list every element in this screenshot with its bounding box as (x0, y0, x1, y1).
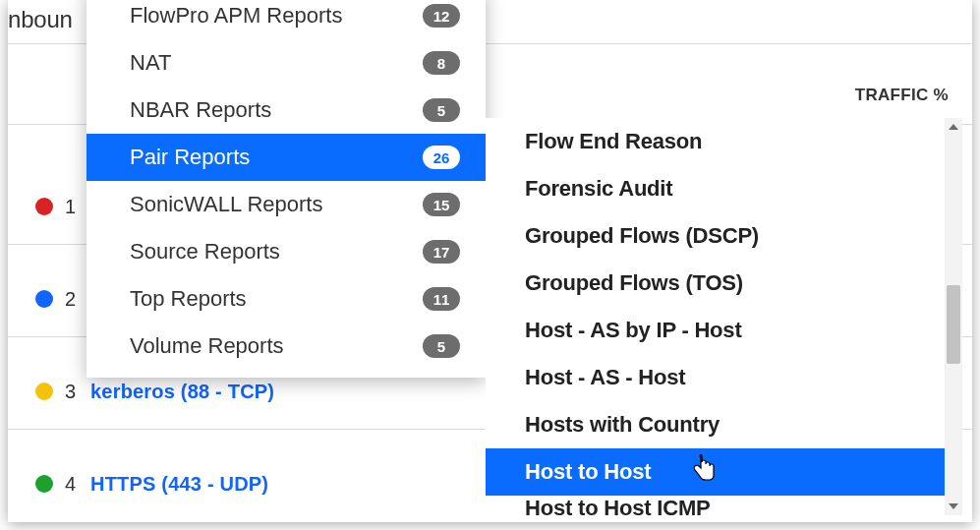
submenu-item-host-as-by-ip-host[interactable]: Host - AS by IP - Host (486, 307, 945, 354)
submenu-item-hosts-with-country[interactable]: Hosts with Country (486, 401, 945, 448)
submenu-item-label: Grouped Flows (DSCP) (525, 223, 759, 249)
row-index: 2 (65, 288, 79, 311)
color-dot-icon (35, 383, 53, 400)
scroll-down-icon[interactable] (945, 498, 962, 515)
submenu-list: Flow End Reason Forensic Audit Grouped F… (486, 118, 945, 515)
count-badge: 17 (423, 240, 460, 264)
submenu-item-label: Host to Host ICMP (525, 496, 710, 515)
row-index: 3 (65, 381, 79, 403)
menu-item-nbar-reports[interactable]: NBAR Reports 5 (86, 87, 486, 134)
page-title-fragment: nboun (8, 6, 73, 33)
scrollbar[interactable] (945, 118, 962, 515)
menu-item-pair-reports[interactable]: Pair Reports 26 (86, 134, 486, 181)
app-frame: nboun TRAFFIC % 1 2 3 kerberos (88 - TCP… (8, 0, 972, 522)
pair-reports-submenu: Flow End Reason Forensic Audit Grouped F… (486, 118, 962, 515)
menu-item-label: FlowPro APM Reports (130, 3, 342, 29)
count-badge: 5 (423, 98, 460, 122)
submenu-item-grouped-flows-dscp[interactable]: Grouped Flows (DSCP) (486, 212, 945, 260)
column-header-traffic: TRAFFIC % (855, 86, 949, 105)
submenu-item-grouped-flows-tos[interactable]: Grouped Flows (TOS) (486, 260, 945, 307)
submenu-item-host-to-host-icmp[interactable]: Host to Host ICMP (486, 496, 945, 515)
submenu-item-host-to-host[interactable]: Host to Host (486, 448, 945, 496)
menu-item-label: Volume Reports (130, 333, 284, 359)
submenu-item-label: Forensic Audit (525, 176, 672, 202)
count-badge: 8 (423, 51, 460, 75)
submenu-item-label: Grouped Flows (TOS) (525, 270, 743, 296)
menu-item-label: NBAR Reports (130, 97, 271, 123)
color-dot-icon (35, 198, 53, 215)
menu-item-sonicwall-reports[interactable]: SonicWALL Reports 15 (86, 181, 486, 228)
list-item[interactable]: 2 (35, 283, 79, 315)
reports-menu: FlowPro APM Reports 12 NAT 8 NBAR Report… (86, 0, 486, 378)
submenu-item-label: Flow End Reason (525, 129, 702, 154)
menu-item-label: NAT (130, 50, 171, 76)
count-badge: 5 (423, 334, 460, 358)
submenu-item-label: Host to Host (525, 459, 651, 485)
scroll-up-icon[interactable] (945, 118, 962, 136)
menu-item-top-reports[interactable]: Top Reports 11 (86, 275, 486, 323)
submenu-item-host-as-host[interactable]: Host - AS - Host (486, 354, 945, 401)
menu-item-label: Pair Reports (130, 145, 250, 170)
color-dot-icon (35, 290, 53, 308)
count-badge: 11 (423, 287, 460, 311)
color-dot-icon (35, 475, 53, 493)
menu-item-flowpro-apm-reports[interactable]: FlowPro APM Reports 12 (86, 0, 486, 39)
list-item[interactable]: 3 kerberos (88 - TCP) (35, 376, 274, 407)
menu-item-volume-reports[interactable]: Volume Reports 5 (86, 323, 486, 370)
row-index: 4 (65, 473, 79, 496)
submenu-item-forensic-audit[interactable]: Forensic Audit (486, 165, 945, 212)
count-badge: 15 (423, 193, 460, 216)
submenu-item-label: Host - AS - Host (525, 365, 685, 390)
submenu-item-label: Host - AS by IP - Host (525, 318, 742, 343)
submenu-item-label: Hosts with Country (525, 412, 720, 438)
count-badge: 12 (423, 4, 460, 28)
protocol-link[interactable]: HTTPS (443 - UDP) (90, 473, 268, 496)
protocol-link[interactable]: kerberos (88 - TCP) (90, 381, 274, 403)
submenu-item-flow-end-reason[interactable]: Flow End Reason (486, 118, 945, 165)
menu-item-source-reports[interactable]: Source Reports 17 (86, 228, 486, 275)
menu-item-label: Source Reports (130, 239, 280, 265)
menu-item-nat[interactable]: NAT 8 (86, 39, 486, 87)
row-index: 1 (65, 196, 79, 218)
menu-item-label: SonicWALL Reports (130, 192, 322, 217)
menu-item-label: Top Reports (130, 286, 247, 312)
list-item[interactable]: 1 (35, 191, 79, 222)
scroll-thumb[interactable] (947, 285, 960, 364)
count-badge: 26 (423, 146, 460, 169)
list-item[interactable]: 4 HTTPS (443 - UDP) (35, 468, 268, 500)
